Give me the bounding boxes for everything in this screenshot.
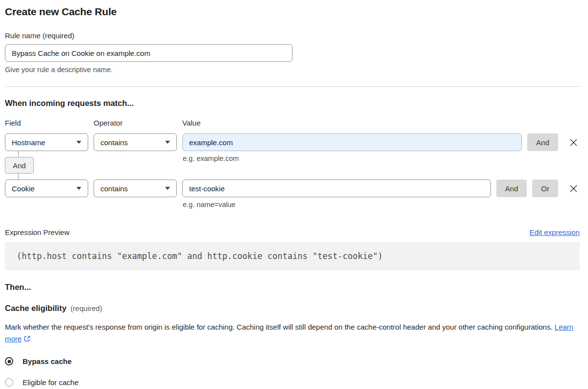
remove-condition-2-button[interactable] bbox=[567, 180, 580, 197]
operator-select-2[interactable]: contains bbox=[94, 180, 177, 197]
close-icon bbox=[569, 184, 578, 193]
operator-select-1[interactable]: contains bbox=[94, 133, 177, 151]
connector-and-button[interactable]: And bbox=[5, 157, 34, 174]
cache-eligibility-description: Mark whether the request's response from… bbox=[5, 321, 574, 345]
radio-unselected-icon[interactable] bbox=[5, 378, 13, 387]
field-select-2-value: Cookie bbox=[12, 184, 35, 193]
radio-option-eligible-for-cache[interactable]: Eligible for cache bbox=[5, 378, 580, 387]
operator-column-label: Operator bbox=[94, 119, 177, 127]
description-text: Mark whether the request's response from… bbox=[5, 323, 553, 331]
page-title: Create new Cache Rule bbox=[5, 6, 580, 18]
value-wrap-1: e.g. example.com bbox=[182, 133, 522, 151]
chevron-down-icon bbox=[165, 187, 170, 190]
rule-name-help: Give your rule a descriptive name. bbox=[5, 66, 580, 74]
condition-row-1: Hostname contains e.g. example.com And bbox=[5, 133, 580, 151]
close-icon bbox=[569, 138, 578, 147]
value-input-2[interactable] bbox=[182, 180, 491, 197]
section-divider bbox=[5, 86, 580, 87]
cache-eligibility-heading-row: Cache eligibility (required) bbox=[5, 304, 580, 313]
remove-condition-1-button[interactable] bbox=[567, 133, 580, 151]
match-column-labels: Field Operator Value bbox=[5, 119, 580, 127]
connector-line-top bbox=[18, 151, 19, 157]
and-button-row-2[interactable]: And bbox=[496, 180, 527, 197]
operator-select-1-value: contains bbox=[100, 138, 128, 147]
value-input-1[interactable] bbox=[182, 133, 522, 151]
required-note: (required) bbox=[71, 304, 102, 312]
edit-expression-link[interactable]: Edit expression bbox=[529, 228, 580, 236]
value-hint-1: e.g. example.com bbox=[183, 155, 239, 162]
or-button-row-2[interactable]: Or bbox=[532, 180, 558, 197]
operator-select-2-value: contains bbox=[100, 184, 128, 193]
chevron-down-icon bbox=[76, 187, 81, 190]
value-hint-2: e.g. name=value bbox=[183, 201, 236, 208]
external-link-icon bbox=[24, 335, 31, 342]
value-wrap-2: e.g. name=value bbox=[182, 180, 491, 197]
field-select-1[interactable]: Hostname bbox=[5, 133, 88, 151]
condition-connector: And bbox=[5, 151, 580, 180]
chevron-down-icon bbox=[76, 141, 81, 144]
match-heading: When incoming requests match... bbox=[5, 99, 580, 108]
expression-preview-code: (http.host contains "example.com" and ht… bbox=[5, 242, 580, 270]
rule-name-section: Rule name (required) Give your rule a de… bbox=[5, 31, 580, 74]
cache-eligibility-label: Cache eligibility bbox=[5, 304, 67, 313]
radio-option-bypass-cache[interactable]: Bypass cache bbox=[5, 357, 580, 365]
then-heading: Then... bbox=[5, 283, 580, 292]
condition-row-2: Cookie contains e.g. name=value And Or bbox=[5, 180, 580, 197]
rule-name-label: Rule name (required) bbox=[5, 31, 580, 40]
value-column-label: Value bbox=[182, 119, 200, 127]
create-cache-rule-page: Create new Cache Rule Rule name (require… bbox=[0, 0, 588, 387]
and-button-row-1[interactable]: And bbox=[527, 133, 558, 151]
field-select-1-value: Hostname bbox=[12, 138, 45, 147]
bypass-cache-label: Bypass cache bbox=[23, 357, 72, 365]
chevron-down-icon bbox=[165, 141, 170, 144]
radio-selected-icon[interactable] bbox=[5, 357, 13, 365]
expression-preview-label: Expression Preview bbox=[5, 228, 70, 236]
eligible-for-cache-label: Eligible for cache bbox=[23, 378, 78, 387]
rule-name-input[interactable] bbox=[5, 44, 293, 62]
connector-line-bottom bbox=[18, 174, 19, 180]
field-column-label: Field bbox=[5, 119, 88, 127]
expression-preview-header: Expression Preview Edit expression bbox=[5, 228, 580, 236]
field-select-2[interactable]: Cookie bbox=[5, 180, 88, 197]
